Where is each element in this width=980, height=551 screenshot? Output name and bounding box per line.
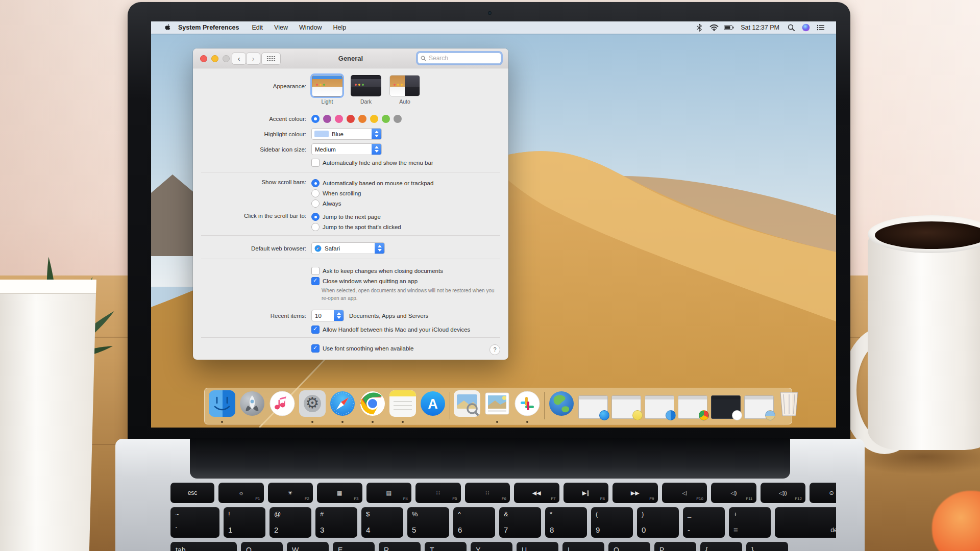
scrollbars-option-when-scrolling[interactable]: When scrolling <box>311 189 433 197</box>
radio[interactable] <box>311 189 320 197</box>
appearance-option-auto[interactable]: Auto <box>389 75 421 105</box>
key-I[interactable]: I <box>562 542 604 551</box>
key-4[interactable]: $4 <box>361 507 403 538</box>
radio[interactable] <box>311 223 320 231</box>
dock-slack-icon[interactable] <box>514 390 541 419</box>
key-tab[interactable]: tab <box>170 542 237 551</box>
key-T[interactable]: T <box>425 542 467 551</box>
key--[interactable]: _- <box>683 507 725 538</box>
checkbox-checked[interactable] <box>311 277 320 285</box>
appearance-option-light[interactable]: Light <box>311 75 343 105</box>
dock-system-preferences-icon[interactable]: ⚙ <box>299 390 326 419</box>
key-7[interactable]: &7 <box>499 507 541 538</box>
bluetooth-icon[interactable] <box>694 23 704 32</box>
dock-minimized-window-slack[interactable] <box>711 395 741 419</box>
key-launchpad-key[interactable]: ▤F4 <box>366 483 412 503</box>
window-titlebar[interactable]: ‹ › General <box>193 48 508 68</box>
key-esc[interactable]: esc <box>170 483 214 503</box>
menu-help[interactable]: Help <box>327 24 352 31</box>
key-volume-down[interactable]: ◁)F11 <box>711 483 756 503</box>
wifi-icon[interactable] <box>709 23 719 32</box>
menu-app-name[interactable]: System Preferences <box>173 24 247 31</box>
key-6[interactable]: ^6 <box>453 507 495 538</box>
key-}[interactable]: } <box>746 542 788 551</box>
key-9[interactable]: (9 <box>591 507 633 538</box>
appearance-option-dark[interactable]: Dark <box>350 75 382 105</box>
checkbox-checked[interactable] <box>311 344 320 353</box>
accent-colour-green[interactable] <box>382 115 390 123</box>
dock-preview-icon[interactable] <box>454 390 480 419</box>
hide-menubar-option[interactable]: Automatically hide and show the menu bar <box>311 159 433 167</box>
dock-minimized-window-preview[interactable] <box>744 395 774 419</box>
radio[interactable] <box>311 199 320 208</box>
dock-app-store-icon[interactable]: A <box>420 390 446 419</box>
accent-colour-orange[interactable] <box>358 115 366 123</box>
dock-globe-icon[interactable] <box>548 390 575 419</box>
key-5[interactable]: %5 <box>407 507 449 538</box>
dock-launchpad-icon[interactable] <box>239 390 265 419</box>
apple-menu[interactable] <box>162 23 173 32</box>
dock-trash-icon[interactable] <box>777 390 801 419</box>
recent-items-popup[interactable]: 10 <box>311 310 344 321</box>
close-windows-option[interactable]: Close windows when quitting an app <box>311 277 495 285</box>
scrollbars-option-auto[interactable]: Automatically based on mouse or trackpad <box>311 179 433 187</box>
handoff-option[interactable]: Allow Handoff between this Mac and your … <box>311 325 470 334</box>
accent-colour-yellow[interactable] <box>370 115 378 123</box>
menu-view[interactable]: View <box>268 24 293 31</box>
key-`[interactable]: ~` <box>170 507 219 538</box>
scrollbars-option-always[interactable]: Always <box>311 199 433 208</box>
radio-selected[interactable] <box>311 213 320 221</box>
dock-safari-icon[interactable] <box>329 390 356 419</box>
key-mission-control[interactable]: ▦F3 <box>317 483 362 503</box>
key-=[interactable]: += <box>729 507 771 538</box>
key-P[interactable]: P <box>654 542 696 551</box>
dock-minimized-window-sticky[interactable] <box>611 395 641 419</box>
siri-icon[interactable] <box>801 23 811 32</box>
key-brightness-down[interactable]: ☼F1 <box>218 483 264 503</box>
key-volume-up[interactable]: ◁))F12 <box>761 483 806 503</box>
font-smoothing-option[interactable]: Use font smoothing when available <box>311 344 413 353</box>
key-mute[interactable]: ◁F10 <box>662 483 707 503</box>
dock-finder-icon[interactable] <box>209 390 235 419</box>
spotlight-search-icon[interactable] <box>786 23 796 32</box>
key-{[interactable]: { <box>700 542 742 551</box>
battery-icon[interactable] <box>724 23 734 32</box>
ask-keep-changes-option[interactable]: Ask to keep changes when closing documen… <box>311 267 495 275</box>
key-power[interactable]: ⊙ <box>810 483 836 503</box>
dock-minimized-window-finder[interactable] <box>645 395 674 419</box>
key-Y[interactable]: Y <box>471 542 512 551</box>
scroll-click-next-page[interactable]: Jump to the next page <box>311 213 401 221</box>
key-play-pause[interactable]: ▶∥F8 <box>564 483 609 503</box>
checkbox[interactable] <box>311 267 320 275</box>
radio-selected[interactable] <box>311 179 320 187</box>
default-browser-popup[interactable]: Safari <box>311 242 385 254</box>
key-brightness-up[interactable]: ☀F2 <box>268 483 313 503</box>
accent-colour-purple[interactable] <box>323 115 331 123</box>
key-fast-forward[interactable]: ▶▶F9 <box>612 483 658 503</box>
dock-minimized-window-safari[interactable] <box>578 395 608 419</box>
accent-colour-pink[interactable] <box>335 115 343 123</box>
key-rewind[interactable]: ◀◀F7 <box>514 483 559 503</box>
search-input[interactable] <box>428 54 486 62</box>
accent-colour-graphite[interactable] <box>394 115 402 123</box>
dock-itunes-icon[interactable] <box>269 390 296 419</box>
keyboard[interactable]: esc☼F1☀F2▦F3▤F4∷F5∷F6◀◀F7▶∥F8▶▶F9◁F10◁)F… <box>156 482 836 551</box>
dock-mail-icon[interactable] <box>484 390 510 419</box>
accent-colour-red[interactable] <box>347 115 355 123</box>
key-U[interactable]: U <box>517 542 558 551</box>
help-button[interactable]: ? <box>489 344 500 355</box>
key-delete[interactable]: delete <box>775 507 836 538</box>
dock-minimized-window-chrome[interactable] <box>678 395 707 419</box>
key-Q[interactable]: Q <box>241 542 283 551</box>
key-8[interactable]: *8 <box>545 507 587 538</box>
menu-window[interactable]: Window <box>293 24 327 31</box>
dock-notes-icon[interactable] <box>389 390 416 419</box>
key-W[interactable]: W <box>287 542 329 551</box>
menu-edit[interactable]: Edit <box>247 24 269 31</box>
key-2[interactable]: @2 <box>270 507 311 538</box>
key-0[interactable]: )0 <box>637 507 679 538</box>
key-kb-light-down[interactable]: ∷F5 <box>415 483 461 503</box>
scroll-click-spot[interactable]: Jump to the spot that's clicked <box>311 223 401 231</box>
checkbox-checked[interactable] <box>311 325 320 334</box>
key-E[interactable]: E <box>333 542 375 551</box>
